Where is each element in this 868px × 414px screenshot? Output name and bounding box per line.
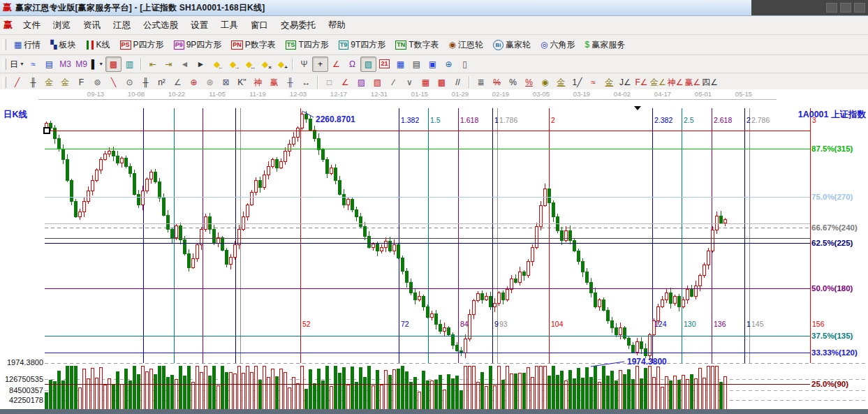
measure-pen-icon[interactable]: ╲ bbox=[105, 75, 122, 90]
wave-3-icon[interactable]: M3 bbox=[57, 57, 73, 72]
crosshair-tool-icon[interactable]: + bbox=[312, 57, 328, 72]
pattern-teal-icon[interactable]: ▧ bbox=[360, 57, 376, 72]
toolbar-grip[interactable] bbox=[3, 39, 6, 50]
box-frame-icon[interactable]: □ bbox=[321, 75, 337, 90]
9t-square-button[interactable]: T99T四方形 bbox=[334, 36, 391, 53]
menu-item-工具[interactable]: 工具 bbox=[214, 17, 244, 34]
expand-xy-icon[interactable]: ◆+ bbox=[273, 57, 289, 72]
j-angle-icon[interactable]: J∠ bbox=[617, 75, 633, 90]
info-panel-icon[interactable]: ▤ bbox=[41, 57, 57, 72]
gann-wheel-button[interactable]: ◉江恩轮 bbox=[444, 36, 488, 53]
gold-base-icon[interactable]: 金 bbox=[601, 75, 617, 90]
n2-grid-icon[interactable]: n² bbox=[154, 75, 170, 90]
wave-9-icon[interactable]: M9 bbox=[73, 57, 89, 72]
first-page-icon[interactable]: ⇤ bbox=[145, 57, 161, 72]
wave-overlay-icon[interactable]: ≈ bbox=[585, 75, 601, 90]
last-page-icon[interactable]: ⇥ bbox=[161, 57, 177, 72]
next-bar-icon[interactable]: ► bbox=[193, 57, 209, 72]
calendar-icon[interactable]: 21 bbox=[376, 57, 392, 72]
9p-square-button[interactable]: P99P四方形 bbox=[169, 36, 227, 53]
sectors-button[interactable]: ▚板块 bbox=[45, 36, 80, 53]
p-square-button[interactable]: PSP四方形 bbox=[115, 36, 169, 53]
percent-icon[interactable]: % bbox=[505, 75, 521, 90]
f-angle-icon[interactable]: F∠ bbox=[633, 75, 649, 90]
t-number-table-button[interactable]: TNT数字表 bbox=[390, 36, 443, 53]
angle-measure-icon[interactable]: ∠ bbox=[328, 57, 344, 72]
expand-x-icon[interactable]: ◆↔ bbox=[241, 57, 257, 72]
trend-lines-icon[interactable]: ∕ bbox=[385, 75, 402, 90]
maximize-icon[interactable] bbox=[840, 3, 851, 13]
candle-style-icon[interactable]: ▌▼ bbox=[89, 57, 105, 72]
market-quotes-button[interactable]: ▦行情 bbox=[9, 36, 45, 53]
toolbar-grip[interactable] bbox=[3, 59, 6, 70]
pattern-red-icon[interactable]: ▩ bbox=[105, 57, 122, 72]
stats-columns-icon[interactable]: ≣ bbox=[473, 75, 489, 90]
mirror-angle-icon[interactable]: ∠ bbox=[170, 75, 186, 90]
workstation-icon[interactable]: ▯ bbox=[457, 57, 473, 72]
prev-bar-icon[interactable]: ◄ bbox=[177, 57, 193, 72]
span-measure-icon[interactable]: ↔ bbox=[298, 75, 314, 90]
gold-angle-icon[interactable]: 金∠ bbox=[649, 75, 667, 90]
fan-box-red-icon[interactable]: ▧ bbox=[369, 75, 385, 90]
menu-item-资讯[interactable]: 资讯 bbox=[77, 17, 107, 34]
shen-angle-icon[interactable]: 神∠ bbox=[667, 75, 684, 90]
hexagon-button[interactable]: ◎六角形 bbox=[536, 36, 580, 53]
winner-wheel-button[interactable]: Bi赢家轮 bbox=[488, 36, 536, 53]
grid-red-icon[interactable]: ▦ bbox=[418, 75, 434, 90]
grid-123-icon[interactable]: ╫ bbox=[282, 75, 298, 90]
fib-grid-icon[interactable]: F bbox=[73, 75, 89, 90]
compass-grid-icon[interactable]: ⊠ bbox=[218, 75, 234, 90]
grid-red-arrow-icon[interactable]: ▩ bbox=[434, 75, 450, 90]
gold-grid-2-icon[interactable]: 金 bbox=[57, 75, 73, 90]
web-sync-icon[interactable]: ⊕ bbox=[441, 57, 457, 72]
minimize-icon[interactable] bbox=[826, 3, 837, 13]
bar-grid-icon[interactable]: ╫ bbox=[138, 75, 154, 90]
compass-star-icon[interactable]: ⊛ bbox=[202, 75, 218, 90]
menu-item-文件[interactable]: 文件 bbox=[17, 17, 47, 34]
menu-item-江恩[interactable]: 江恩 bbox=[107, 17, 137, 34]
menu-item-窗口[interactable]: 窗口 bbox=[244, 17, 274, 34]
menu-item-交易委托[interactable]: 交易委托 bbox=[274, 17, 322, 34]
gann-fan-icon[interactable]: ∠ bbox=[337, 75, 353, 90]
period-selector-icon[interactable]: 日▼ bbox=[9, 57, 25, 72]
v-lines-icon[interactable]: ∨ bbox=[402, 75, 418, 90]
hand-tool-icon[interactable]: Ψ bbox=[296, 57, 312, 72]
gold-circle-icon[interactable]: ◉ bbox=[537, 75, 553, 90]
k-mark-icon[interactable]: K" bbox=[234, 75, 250, 90]
gold-level-icon[interactable]: 金 bbox=[553, 75, 569, 90]
winner-service-button[interactable]: $赢家服务 bbox=[580, 36, 631, 53]
fan-box-purple-icon[interactable]: ▨ bbox=[353, 75, 369, 90]
histogram-panel-icon[interactable]: ▥ bbox=[122, 57, 138, 72]
gold-grid-icon[interactable]: 金 bbox=[41, 75, 57, 90]
pattern-overlay-icon[interactable]: ≈ bbox=[25, 57, 41, 72]
pen-1-icon[interactable]: 1╱ bbox=[569, 75, 585, 90]
percent-red-icon[interactable]: % bbox=[521, 75, 537, 90]
gann-shape-icon[interactable]: Ω bbox=[344, 57, 360, 72]
win-angle-icon[interactable]: 赢∠ bbox=[684, 75, 702, 90]
time-grid-icon[interactable]: ╫ bbox=[25, 75, 41, 90]
four-angle-icon[interactable]: 四∠ bbox=[701, 75, 719, 90]
menu-item-公式选股[interactable]: 公式选股 bbox=[137, 17, 184, 34]
t-square-button[interactable]: TST四方形 bbox=[281, 36, 334, 53]
save-icon[interactable]: ▣ bbox=[425, 57, 441, 72]
compress-xy-icon[interactable]: ◆× bbox=[257, 57, 273, 72]
toolbar-grip[interactable] bbox=[3, 77, 6, 88]
zoom-in-x-icon[interactable]: ◆→ bbox=[225, 57, 241, 72]
slant-lines-icon[interactable]: // bbox=[450, 75, 466, 90]
compass-cross-icon[interactable]: ⊕ bbox=[186, 75, 202, 90]
chart-canvas[interactable]: 66.67%(240)87.5%(315)75.0%(270)62.5%(225… bbox=[0, 89, 868, 414]
shen-grid-icon[interactable]: 神 bbox=[250, 75, 266, 90]
spiral-tool-icon[interactable]: ⊚ bbox=[89, 75, 105, 90]
kline-chart-button[interactable]: K线 bbox=[81, 36, 115, 53]
close-icon[interactable] bbox=[854, 3, 865, 13]
time-cycle-icon[interactable]: ⊙ bbox=[122, 75, 138, 90]
pen-tool-icon[interactable]: ╱ bbox=[9, 75, 25, 90]
percent-line-icon[interactable]: % bbox=[489, 75, 505, 90]
menu-item-设置[interactable]: 设置 bbox=[184, 17, 214, 34]
zoom-out-x-icon[interactable]: ◆← bbox=[209, 57, 225, 72]
menu-item-浏览[interactable]: 浏览 bbox=[47, 17, 77, 34]
win-grid-icon[interactable]: 赢 bbox=[266, 75, 282, 90]
p-number-table-button[interactable]: PNP数字表 bbox=[226, 36, 281, 53]
menu-item-帮助[interactable]: 帮助 bbox=[322, 17, 352, 34]
calculator-icon[interactable]: ▦ bbox=[392, 57, 409, 72]
